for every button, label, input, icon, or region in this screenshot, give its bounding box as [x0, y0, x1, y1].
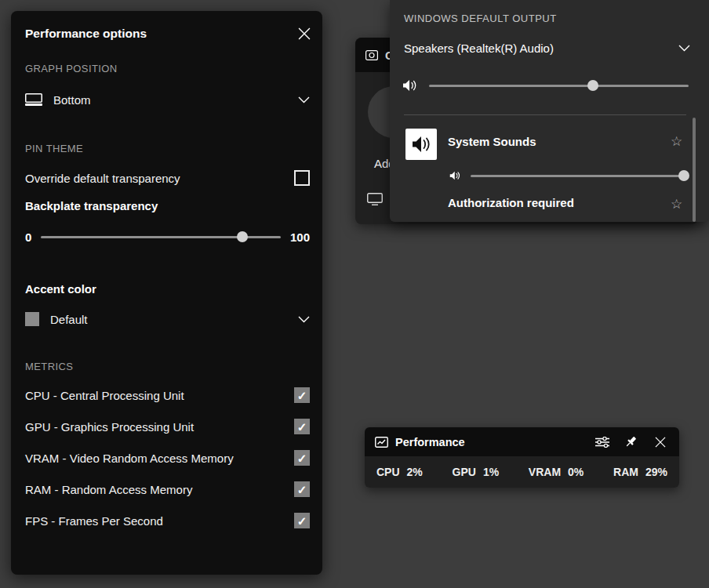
performance-options-panel: Performance options GRAPH POSITION Botto…	[11, 11, 322, 575]
metric-ram: RAM 29%	[613, 466, 667, 478]
metric-label: VRAM - Video Random Access Memory	[25, 452, 234, 465]
chevron-down-icon	[298, 316, 310, 323]
slider-min-label: 0	[25, 230, 31, 244]
output-device-value: Speakers (Realtek(R) Audio)	[404, 42, 554, 55]
metric-label: CPU - Central Processing Unit	[25, 389, 184, 402]
metric-label: VRAM	[529, 466, 561, 478]
pin-button[interactable]	[616, 430, 645, 453]
system-sounds-icon	[405, 129, 437, 160]
metric-value: 0%	[568, 466, 584, 478]
pin-icon	[624, 435, 638, 448]
metric-checkbox[interactable]: ✓	[294, 450, 310, 466]
check-icon: ✓	[297, 390, 307, 401]
metrics-section-label: METRICS	[25, 361, 73, 372]
slider-handle[interactable]	[678, 170, 689, 181]
performance-widget-header: Performance	[365, 427, 679, 456]
metrics-list: CPU - Central Processing Unit ✓ GPU - Gr…	[25, 379, 310, 536]
tune-sliders-icon	[595, 437, 609, 448]
output-device-dropdown[interactable]: Speakers (Realtek(R) Audio)	[404, 38, 690, 58]
metric-vram: VRAM 0%	[529, 466, 584, 478]
graph-position-value: Bottom	[53, 93, 91, 107]
scrollbar[interactable]	[693, 118, 696, 222]
metric-cpu: CPU 2%	[376, 466, 423, 478]
accent-color-label: Accent color	[25, 282, 96, 296]
slider-handle[interactable]	[587, 80, 598, 91]
metric-checkbox[interactable]: ✓	[294, 387, 310, 403]
metric-checkbox[interactable]: ✓	[294, 481, 310, 497]
check-icon: ✓	[297, 515, 307, 527]
override-transparency-checkbox[interactable]: ✓	[294, 170, 310, 186]
slider-max-label: 100	[290, 230, 310, 244]
speaker-small-icon	[449, 171, 461, 180]
capture-icon	[365, 50, 378, 60]
close-icon	[298, 27, 311, 40]
accent-color-dropdown[interactable]: Default	[25, 309, 310, 329]
slider-track	[429, 85, 689, 87]
mixer-item-name: System Sounds	[448, 135, 536, 148]
speaker-icon	[402, 79, 418, 92]
metric-value: 1%	[483, 466, 499, 478]
check-icon: ✓	[297, 484, 307, 495]
close-icon	[655, 437, 666, 448]
backplate-transparency-row: 0 100	[25, 229, 310, 245]
favorite-star-icon[interactable]: ☆	[671, 198, 682, 211]
metric-label: GPU	[453, 466, 476, 478]
accent-color-swatch	[25, 312, 39, 326]
metric-label: GPU - Graphics Processing Unit	[25, 420, 194, 434]
screen-share-icon[interactable]	[367, 193, 383, 205]
mixer-item-name: Authorization required	[448, 196, 574, 209]
metric-checkbox[interactable]: ✓	[294, 513, 310, 528]
slider-handle[interactable]	[237, 231, 248, 242]
master-volume-row	[402, 77, 689, 94]
graph-position-section-label: GRAPH POSITION	[25, 63, 118, 74]
system-sounds-volume-slider[interactable]	[471, 170, 684, 181]
performance-widget-metrics: CPU 2% GPU 1% VRAM 0% RAM 29%	[365, 456, 679, 488]
metric-label: RAM	[613, 466, 638, 478]
widget-options-button[interactable]	[587, 430, 616, 453]
metric-label: CPU	[376, 466, 400, 478]
panel-title: Performance options	[25, 27, 147, 41]
override-transparency-label: Override default transparency	[25, 172, 180, 185]
metric-value: 2%	[407, 466, 423, 478]
mixer-volume-row	[449, 168, 684, 183]
metric-gpu: GPU 1%	[453, 466, 500, 478]
favorite-star-icon[interactable]: ☆	[671, 135, 682, 148]
accent-color-value: Default	[50, 313, 88, 326]
performance-graph-icon	[375, 437, 388, 448]
audio-panel: WINDOWS DEFAULT OUTPUT Speakers (Realtek…	[390, 0, 709, 222]
check-icon: ✓	[297, 421, 307, 433]
override-transparency-row: Override default transparency ✓	[25, 168, 310, 188]
widget-close-button[interactable]	[645, 430, 674, 453]
windows-default-output-label: WINDOWS DEFAULT OUTPUT	[404, 13, 557, 24]
backplate-transparency-slider[interactable]	[41, 231, 281, 242]
slider-track	[471, 175, 684, 177]
metric-label: RAM - Random Access Memory	[25, 483, 192, 496]
master-volume-slider[interactable]	[429, 80, 689, 91]
check-icon: ✓	[297, 452, 307, 464]
metric-row: VRAM - Video Random Access Memory ✓	[25, 442, 310, 474]
metric-row: FPS - Frames Per Second ✓	[25, 505, 310, 536]
metric-row: RAM - Random Access Memory ✓	[25, 474, 310, 505]
chevron-down-icon	[298, 96, 310, 103]
metric-row: GPU - Graphics Processing Unit ✓	[25, 411, 310, 442]
pin-theme-section-label: PIN THEME	[25, 143, 83, 154]
close-button[interactable]	[294, 24, 315, 44]
game-bar-overlay: C Add WINDOWS DEFAULT OUTPUT Speakers (R…	[0, 0, 709, 588]
performance-widget: Performance CPU 2%	[365, 427, 679, 488]
divider	[404, 114, 686, 115]
chevron-down-icon	[678, 45, 690, 52]
metric-label: FPS - Frames Per Second	[25, 514, 163, 528]
metric-row: CPU - Central Processing Unit ✓	[25, 379, 310, 411]
graph-position-bottom-icon	[25, 93, 42, 106]
widget-title: Performance	[395, 436, 465, 448]
metric-value: 29%	[645, 466, 667, 478]
backplate-transparency-label: Backplate transparency	[25, 199, 158, 212]
metric-checkbox[interactable]: ✓	[294, 419, 310, 434]
graph-position-dropdown[interactable]: Bottom	[25, 88, 310, 111]
